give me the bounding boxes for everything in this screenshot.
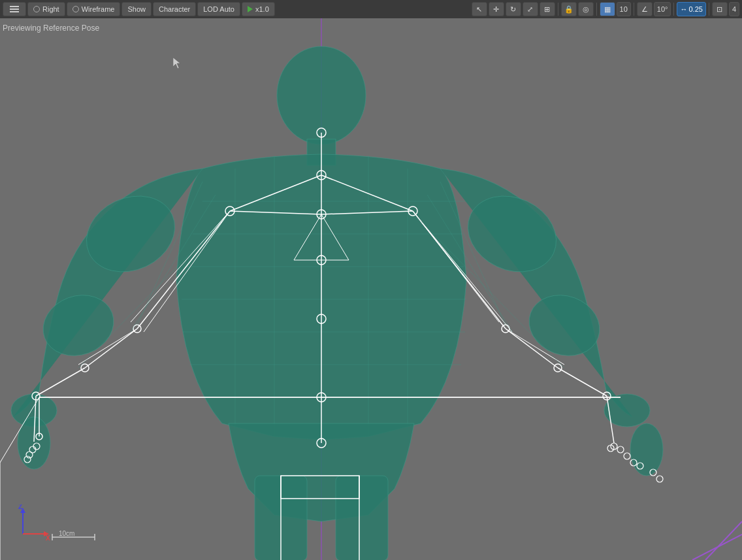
- character-button[interactable]: Character: [153, 2, 196, 16]
- play-icon: [248, 6, 253, 12]
- rotate-tool-icon: ↻: [510, 5, 516, 14]
- transform-tool-button[interactable]: ⊞: [540, 2, 555, 16]
- menu-button[interactable]: [3, 2, 26, 16]
- toolbar: Right Wireframe Show Character LOD Auto …: [0, 0, 742, 18]
- view-button[interactable]: Right: [27, 2, 65, 16]
- svg-text:10cm: 10cm: [59, 530, 74, 537]
- size-display[interactable]: ↔ 0.25: [677, 2, 705, 16]
- angle-value-display[interactable]: 10°: [654, 2, 671, 16]
- angle-value: 10°: [657, 5, 668, 13]
- snap2-button[interactable]: ◎: [578, 2, 594, 16]
- svg-line-86: [705, 521, 742, 560]
- snap2-icon: ◎: [583, 5, 589, 14]
- svg-point-73: [656, 476, 663, 482]
- show-label: Show: [127, 5, 146, 13]
- lod-button[interactable]: LOD Auto: [197, 2, 240, 16]
- screen-value: 4: [732, 5, 736, 13]
- status-text: Previewing Reference Pose: [3, 24, 99, 33]
- lod-label: LOD Auto: [203, 5, 234, 13]
- sep4: [673, 3, 674, 16]
- character-label: Character: [159, 5, 190, 13]
- view-dot-icon: [33, 6, 40, 12]
- screen-value-display[interactable]: 4: [729, 2, 739, 16]
- snap-icon: 🔒: [564, 5, 573, 14]
- sep2: [596, 3, 597, 16]
- play-button[interactable]: x1.0: [242, 2, 275, 16]
- screen-icon: ⊡: [717, 5, 722, 14]
- grid-icon: ▦: [604, 5, 611, 14]
- wireframe-label: Wireframe: [82, 5, 115, 13]
- show-button[interactable]: Show: [121, 2, 152, 16]
- sep1: [558, 3, 558, 16]
- screen-button[interactable]: ⊡: [712, 2, 728, 16]
- svg-rect-25: [336, 476, 388, 560]
- scale-tool-icon: ⤢: [527, 5, 533, 14]
- size-value: 0.25: [688, 5, 702, 13]
- select-tool-icon: ↖: [476, 5, 482, 14]
- axes-indicator: Z X: [13, 504, 52, 544]
- rotate-tool-button[interactable]: ↻: [506, 2, 521, 16]
- svg-point-69: [624, 453, 630, 459]
- move-tool-button[interactable]: ✛: [489, 2, 504, 16]
- scale-tool-button[interactable]: ⤢: [523, 2, 538, 16]
- svg-point-22: [630, 423, 663, 476]
- viewport[interactable]: Previewing Reference Pose: [0, 18, 742, 560]
- svg-text:Z: Z: [18, 504, 22, 510]
- select-tool-button[interactable]: ↖: [472, 2, 487, 16]
- grid-value-display[interactable]: 10: [617, 2, 631, 16]
- transform-tool-icon: ⊞: [544, 5, 550, 14]
- snap-button[interactable]: 🔒: [561, 2, 577, 16]
- character-viewport-svg: [0, 18, 742, 560]
- svg-point-68: [617, 446, 624, 453]
- angle-icon: ∠: [641, 5, 648, 14]
- grid-value: 10: [620, 5, 628, 13]
- move-tool-icon: ✛: [493, 5, 499, 14]
- sep5: [709, 3, 709, 16]
- angle-button[interactable]: ∠: [637, 2, 653, 16]
- scale-bar: 10cm: [49, 529, 101, 544]
- wireframe-button[interactable]: Wireframe: [67, 2, 121, 16]
- menu-icon: [8, 5, 20, 14]
- view-label: Right: [42, 5, 59, 13]
- sep3: [634, 3, 634, 16]
- grid-button[interactable]: ▦: [600, 2, 615, 16]
- svg-line-87: [692, 535, 742, 560]
- play-label: x1.0: [255, 5, 269, 13]
- arrow-icon: ↔: [680, 5, 687, 13]
- wireframe-dot-icon: [73, 6, 79, 12]
- svg-point-2: [277, 46, 366, 144]
